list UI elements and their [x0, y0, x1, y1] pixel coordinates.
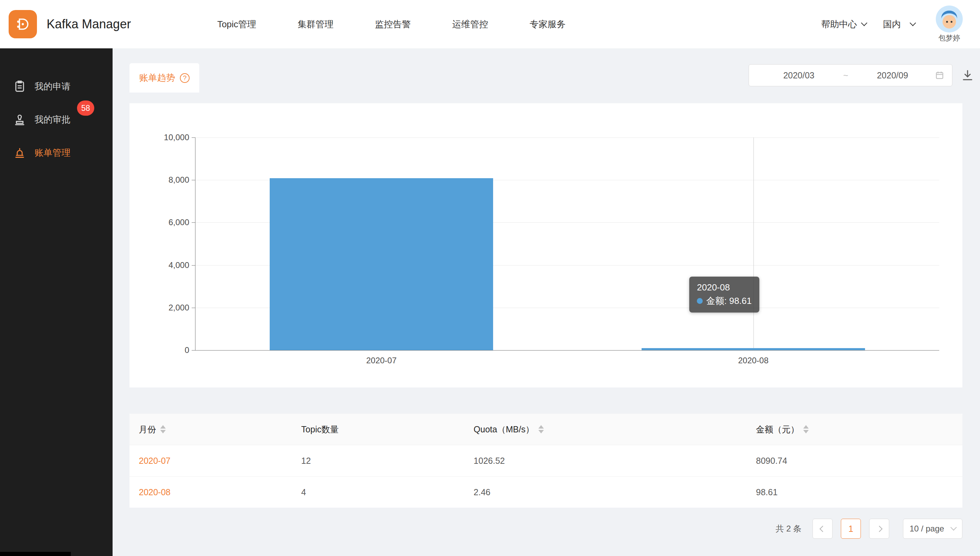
app-header: Kafka Manager Topic管理 集群管理 监控告警 运维管控 专家服…: [0, 0, 980, 48]
bar-2020-08[interactable]: [642, 348, 865, 350]
chart-tooltip: 2020-08 金额: 98.61: [689, 276, 759, 312]
tooltip-title: 2020-08: [697, 281, 752, 294]
y-axis-label: 4,000: [168, 260, 189, 270]
y-axis-label: 6,000: [168, 218, 189, 227]
toolbar: 账单趋势 2020/03 ~ 2020/09: [129, 63, 974, 92]
sidebar-item-my-approvals[interactable]: 我的审批 58: [0, 103, 113, 136]
next-page-button[interactable]: [869, 519, 889, 539]
column-label: 月份: [139, 424, 156, 435]
quota-cell: 1026.52: [465, 456, 747, 466]
column-header-amount[interactable]: 金额（元）: [747, 424, 962, 435]
bill-trend-chart-card: 10,000 8,000 6,000 4,000 2,000 0 2020-07…: [129, 103, 962, 388]
stamp-icon: [13, 113, 26, 126]
month-link[interactable]: 2020-07: [139, 456, 171, 466]
sidebar-item-bill-management[interactable]: 账单管理: [0, 136, 113, 169]
sidebar-item-label: 我的申请: [34, 81, 71, 92]
y-axis-tick: [192, 222, 195, 223]
download-icon: [961, 69, 974, 81]
top-nav: Topic管理 集群管理 监控告警 运维管控 专家服务: [217, 18, 566, 31]
gridline: [195, 137, 939, 138]
user-menu[interactable]: 包梦婷: [936, 5, 963, 43]
help-center-label: 帮助中心: [821, 18, 857, 31]
sort-carets-icon[interactable]: [160, 425, 166, 433]
avatar: [936, 5, 963, 32]
bill-alarm-icon: [13, 146, 26, 159]
tab-label: 账单趋势: [139, 72, 175, 84]
series-dot-icon: [697, 298, 703, 304]
quota-cell: 2.46: [465, 487, 747, 497]
date-start[interactable]: 2020/03: [757, 70, 841, 81]
tooltip-item: 金额: 98.61: [697, 294, 752, 308]
chart-crosshair-line: [754, 137, 754, 350]
region-label: 国内: [883, 18, 901, 31]
sidebar-bottom-strip: [0, 552, 71, 556]
approvals-count-badge: 58: [77, 100, 94, 116]
sort-carets-icon[interactable]: [538, 425, 544, 433]
chevron-down-icon: [861, 20, 867, 26]
nav-topic-management[interactable]: Topic管理: [217, 18, 256, 31]
sidebar-item-label: 账单管理: [34, 147, 71, 159]
region-selector[interactable]: 国内: [883, 18, 915, 31]
chevron-down-icon: [909, 20, 916, 26]
y-axis-label: 2,000: [168, 303, 189, 312]
bar-2020-07[interactable]: [270, 178, 493, 350]
chevron-right-icon: [876, 525, 882, 532]
date-end[interactable]: 2020/09: [850, 70, 935, 81]
column-label: Topic数量: [301, 424, 338, 435]
y-axis-label: 10,000: [164, 133, 189, 142]
sort-carets-icon[interactable]: [803, 425, 809, 433]
tooltip-value: 金额: 98.61: [706, 296, 752, 306]
app-title: Kafka Manager: [47, 17, 131, 31]
bill-table: 月份 Topic数量 Quota（MB/s） 金额（元） 2020-07 12 …: [129, 414, 962, 508]
sidebar-item-label: 我的审批: [34, 114, 71, 126]
tab-bill-trend[interactable]: 账单趋势: [129, 63, 199, 92]
nav-expert-service[interactable]: 专家服务: [530, 18, 566, 31]
sidebar: 我的申请 我的审批 58 账单管理: [0, 48, 113, 556]
bar-chart-plot-area: 10,000 8,000 6,000 4,000 2,000 0 2020-07…: [195, 137, 939, 351]
nav-cluster-management[interactable]: 集群管理: [298, 18, 334, 31]
column-label: Quota（MB/s）: [474, 424, 534, 435]
pagination: 共 2 条 1 10 / page: [129, 519, 962, 539]
username: 包梦婷: [938, 33, 960, 43]
amount-cell: 8090.74: [747, 456, 962, 466]
y-axis-tick: [192, 350, 195, 351]
date-range-picker[interactable]: 2020/03 ~ 2020/09: [749, 64, 953, 86]
x-axis-label: 2020-07: [366, 356, 396, 365]
chevron-left-icon: [819, 525, 826, 532]
main-content: 账单趋势 2020/03 ~ 2020/09: [113, 48, 980, 556]
table-row: 2020-08 4 2.46 98.61: [129, 476, 962, 508]
x-axis-label: 2020-08: [738, 356, 769, 365]
nav-monitor-alert[interactable]: 监控告警: [375, 18, 411, 31]
column-header-month[interactable]: 月份: [129, 424, 292, 435]
y-axis-tick: [192, 180, 195, 180]
question-circle-icon[interactable]: [180, 73, 190, 83]
help-center-menu[interactable]: 帮助中心: [821, 18, 866, 31]
y-axis-tick: [192, 308, 195, 308]
topic-count-cell: 4: [292, 487, 464, 497]
total-count-label: 共 2 条: [776, 523, 801, 534]
download-button[interactable]: [961, 69, 974, 81]
date-separator: ~: [841, 70, 851, 81]
column-header-topic-count: Topic数量: [292, 424, 464, 435]
topic-count-cell: 12: [292, 456, 464, 466]
table-header-row: 月份 Topic数量 Quota（MB/s） 金额（元）: [129, 414, 962, 445]
month-link[interactable]: 2020-08: [139, 487, 171, 497]
header-right: 帮助中心 国内 包梦婷: [821, 5, 963, 43]
kafka-manager-logo-icon: [9, 10, 37, 38]
calendar-icon: [935, 70, 944, 80]
sidebar-item-my-applications[interactable]: 我的申请: [0, 70, 113, 103]
y-axis-tick: [192, 137, 195, 138]
table-row: 2020-07 12 1026.52 8090.74: [129, 445, 962, 476]
page-size-select[interactable]: 10 / page: [903, 519, 962, 539]
chevron-down-icon: [950, 524, 956, 530]
column-label: 金额（元）: [756, 424, 799, 435]
page-number-button[interactable]: 1: [841, 519, 861, 539]
prev-page-button[interactable]: [812, 519, 833, 539]
page-size-label: 10 / page: [909, 524, 944, 533]
y-axis-label: 0: [185, 345, 189, 355]
amount-cell: 98.61: [747, 487, 962, 497]
clipboard-icon: [13, 80, 26, 93]
nav-ops-control[interactable]: 运维管控: [452, 18, 488, 31]
y-axis-label: 8,000: [168, 175, 189, 185]
column-header-quota[interactable]: Quota（MB/s）: [465, 424, 747, 435]
